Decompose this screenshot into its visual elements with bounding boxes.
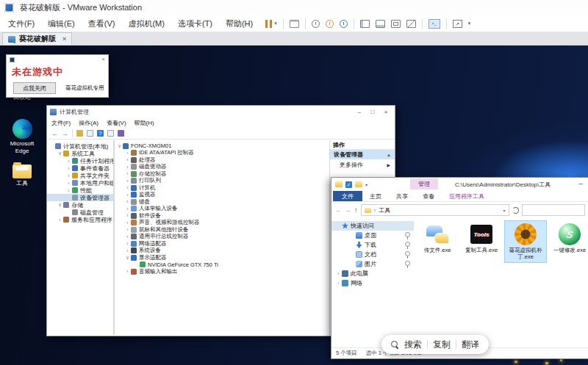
sidebar-item[interactable]: 文档 — [331, 250, 414, 259]
file-item[interactable]: Tools 复制工具.exe — [460, 220, 503, 256]
tree-expand-arrow[interactable]: › — [124, 213, 131, 218]
collapse-icon[interactable]: ▲ — [387, 153, 391, 157]
chevron-down-icon[interactable]: ▾ — [274, 21, 277, 26]
file-item[interactable]: S 一键修改.exe — [548, 220, 588, 256]
tree-expand-arrow[interactable]: › — [65, 181, 72, 186]
menu-item[interactable]: 查看(V) — [82, 18, 122, 29]
device-tree-item[interactable]: › 存储控制器 — [115, 170, 329, 178]
cm-menu-item[interactable]: 帮助(H) — [135, 119, 154, 127]
file-item[interactable]: 葵花虚拟机补丁.exe — [504, 220, 547, 263]
more-actions-item[interactable]: 更多操作 ▶ — [330, 159, 395, 170]
maximize-button[interactable]: □ — [366, 106, 379, 118]
dialog-titlebar[interactable]: × — [7, 55, 108, 64]
device-tree-item[interactable]: ∨ FONC-XMGM01 — [115, 142, 329, 150]
device-tree-item[interactable]: › 系统设备 — [115, 247, 329, 255]
quick-access-check-icon[interactable]: ✓ — [345, 181, 352, 188]
device-tree-item[interactable]: › 磁盘驱动器 — [115, 164, 329, 171]
device-tree-item[interactable]: › 通用串行总线控制器 — [115, 234, 329, 241]
tree-expand-arrow[interactable]: › — [124, 227, 131, 232]
guest-desktop[interactable]: 回收站 Microsoft Edge 工具 计算机管理 – □ × 文件( — [0, 46, 588, 365]
tree-item[interactable]: 设备管理器 — [47, 194, 113, 201]
refresh-icon[interactable] — [512, 207, 519, 214]
tree-expand-arrow[interactable]: ∨ — [57, 151, 63, 156]
sidebar-item[interactable]: › 此电脑 — [331, 269, 414, 278]
tree-expand-arrow[interactable]: › — [124, 185, 131, 190]
menu-item[interactable]: 帮助(H) — [219, 18, 259, 29]
tree-expand-arrow[interactable]: › — [124, 206, 131, 212]
device-tree-item[interactable]: NVIDIA GeForce GTX 750 Ti — [115, 261, 329, 269]
ribbon-tab[interactable]: 文件 — [333, 191, 362, 201]
tree-expand-arrow[interactable]: › — [335, 271, 342, 276]
ribbon-tab[interactable]: 应用程序工具 — [442, 191, 492, 201]
tree-item[interactable]: › 任务计划程序 — [47, 157, 113, 165]
up-icon[interactable]: ↑ — [354, 206, 358, 214]
desktop-icon-edge[interactable]: Microsoft Edge — [3, 119, 41, 154]
tree-item[interactable]: › 服务和应用程序 — [47, 216, 113, 223]
tree-expand-arrow[interactable]: › — [65, 173, 72, 178]
close-icon[interactable]: × — [101, 56, 105, 63]
tree-expand-arrow[interactable]: › — [124, 241, 131, 246]
tree-item[interactable]: 磁盘管理 — [47, 209, 113, 216]
cm-titlebar[interactable]: 计算机管理 – □ × — [47, 106, 395, 118]
tree-item[interactable]: › 本地用户和组 — [47, 179, 113, 187]
ribbon-tab[interactable]: 查看 — [415, 191, 442, 201]
tree-item[interactable]: ∨ 存储 — [47, 201, 113, 209]
printer-icon[interactable] — [290, 20, 299, 28]
snapshot-revert-icon[interactable] — [326, 20, 334, 28]
tree-item[interactable]: › 共享文件夹 — [47, 172, 113, 179]
file-item[interactable]: 传文件.exe — [416, 220, 459, 256]
tree-expand-arrow[interactable]: ∨ — [57, 202, 63, 208]
tree-expand-arrow[interactable]: › — [65, 188, 72, 193]
chevron-down-icon[interactable]: ▾ — [365, 182, 368, 187]
library-toggle-icon[interactable] — [360, 20, 370, 28]
folder-icon[interactable] — [335, 181, 343, 187]
close-icon[interactable]: × — [62, 35, 66, 43]
tree-expand-arrow[interactable]: › — [124, 234, 131, 239]
close-button[interactable]: × — [379, 106, 392, 118]
vmware-titlebar[interactable]: 葵花破解版 - VMware Workstation — [0, 0, 588, 15]
tree-expand-arrow[interactable]: ∨ — [116, 143, 123, 149]
device-tree-item[interactable]: › 计算机 — [115, 184, 329, 192]
menu-item[interactable]: 文件(F) — [1, 18, 41, 29]
device-tree-item[interactable]: › 声音、视频和游戏控制器 — [115, 220, 329, 227]
minimize-button[interactable]: – — [353, 106, 366, 118]
chevron-down-icon[interactable]: ▾ — [503, 208, 505, 213]
ribbon-tab[interactable]: 共享 — [389, 191, 415, 201]
explorer-search-input[interactable] — [522, 204, 586, 216]
tree-expand-arrow[interactable]: › — [124, 220, 131, 225]
vm-tab[interactable]: 葵花破解版 × — [2, 32, 72, 45]
tree-item[interactable]: 计算机管理(本地) — [47, 142, 113, 150]
menu-item[interactable]: 选项卡(T) — [171, 18, 219, 29]
tree-item[interactable]: › 事件查看器 — [47, 165, 113, 172]
search-icon[interactable] — [391, 341, 399, 349]
ribbon-tab[interactable]: 主页 — [362, 191, 389, 201]
minimize-button[interactable]: – — [574, 178, 587, 189]
device-tree-item[interactable]: › 处理器 — [115, 156, 329, 164]
console-view-icon[interactable]: >_ — [429, 19, 440, 29]
sidebar-item[interactable]: 图片 — [331, 259, 414, 269]
menu-item[interactable]: 编辑(E) — [41, 18, 82, 29]
tree-expand-arrow[interactable]: › — [124, 157, 131, 162]
tree-expand-arrow[interactable]: › — [124, 165, 131, 170]
back-icon[interactable]: ← — [51, 130, 58, 137]
cm-menu-item[interactable]: 文件(F) — [51, 119, 71, 127]
chevron-down-icon[interactable]: ▾ — [468, 21, 471, 26]
snapshot-take-icon[interactable] — [312, 20, 320, 28]
desktop-icon-tools-folder[interactable]: 工具 — [3, 162, 41, 187]
properties-icon[interactable] — [107, 130, 114, 137]
file-grid[interactable]: 传文件.exe Tools 复制工具.exe 葵花虚拟机补丁.exe — [414, 218, 588, 347]
fit-guest-icon[interactable]: ↗ — [453, 20, 462, 28]
device-tree-item[interactable]: › 监视器 — [115, 192, 329, 199]
export-list-icon[interactable] — [87, 130, 93, 137]
device-tree-item[interactable]: › 音频输入和输出 — [115, 268, 329, 275]
close-me-button[interactable]: 点我关闭 — [13, 82, 56, 94]
tree-item[interactable]: › 性能 — [47, 187, 113, 194]
tree-expand-arrow[interactable]: ∨ — [124, 255, 131, 261]
tree-expand-arrow[interactable]: › — [124, 151, 131, 156]
forward-icon[interactable]: → — [62, 130, 68, 137]
tree-expand-arrow[interactable]: › — [57, 217, 63, 223]
device-tree-item[interactable]: › IDE ATA/ATAPI 控制器 — [115, 150, 329, 157]
snapshot-manager-icon[interactable] — [340, 20, 348, 28]
forward-icon[interactable]: → — [345, 206, 351, 214]
tree-expand-arrow[interactable]: › — [124, 171, 131, 176]
